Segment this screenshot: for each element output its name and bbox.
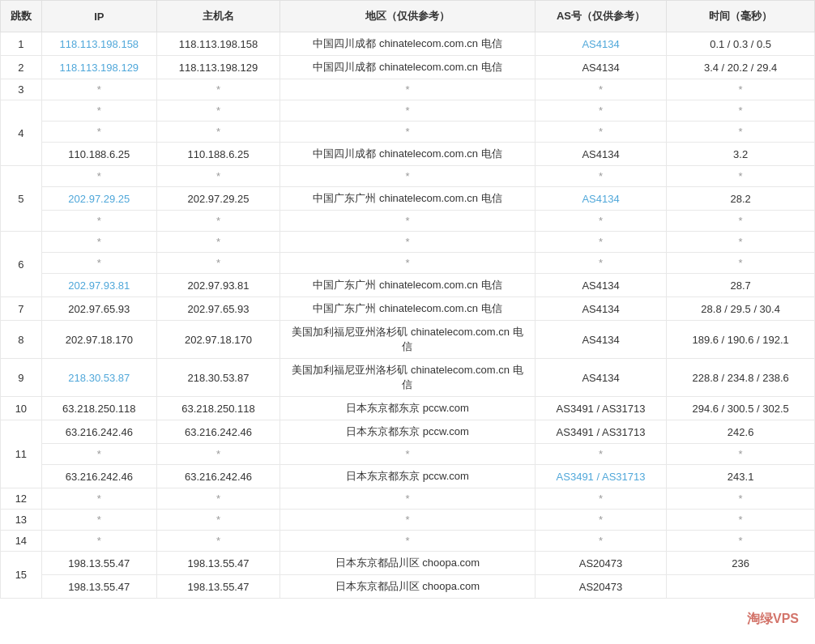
region-cell: * [280, 122, 536, 143]
hostname-cell: 63.216.242.46 [156, 420, 279, 444]
table-row: 1118.113.198.158118.113.198.158中国四川成都 ch… [1, 32, 815, 56]
time-cell: * [667, 444, 815, 465]
hop-number: 3 [1, 79, 42, 100]
table-row: ***** [1, 253, 815, 274]
region-cell: * [280, 444, 536, 465]
hostname-cell: 63.216.242.46 [156, 465, 279, 488]
region-cell: * [280, 531, 536, 552]
time-cell: * [667, 79, 815, 100]
as-cell: AS20473 [535, 552, 666, 575]
ip-cell: * [41, 510, 156, 531]
hostname-cell: * [156, 253, 279, 274]
hostname-cell: * [156, 488, 279, 510]
time-cell: 189.6 / 190.6 / 192.1 [667, 321, 815, 359]
col-header-time: 时间（毫秒） [667, 1, 815, 32]
time-cell: 242.6 [667, 420, 815, 444]
hop-number: 11 [1, 420, 42, 488]
traceroute-table: 跳数 IP 主机名 地区（仅供参考） AS号（仅供参考） 时间（毫秒） 1118… [0, 0, 815, 599]
hostname-cell: 118.113.198.129 [156, 56, 279, 79]
as-cell: * [535, 211, 666, 232]
table-row: 8202.97.18.170202.97.18.170美国加利福尼亚州洛杉矶 c… [1, 321, 815, 359]
ip-cell: 110.188.6.25 [41, 143, 156, 166]
hop-number: 4 [1, 100, 42, 166]
table-row: 13***** [1, 510, 815, 531]
ip-cell: * [41, 488, 156, 510]
region-cell: * [280, 510, 536, 531]
ip-cell: * [41, 444, 156, 465]
table-row: 7202.97.65.93202.97.65.93中国广东广州 chinatel… [1, 297, 815, 321]
region-cell: * [280, 100, 536, 122]
as-cell: AS4134 [535, 274, 666, 297]
time-cell: 28.2 [667, 187, 815, 211]
time-cell: * [667, 232, 815, 253]
as-cell: * [535, 100, 666, 122]
ip-cell: * [41, 211, 156, 232]
hop-number: 2 [1, 56, 42, 79]
table-row: 3***** [1, 79, 815, 100]
region-cell: 中国四川成都 chinatelecom.com.cn 电信 [280, 143, 536, 166]
time-cell: * [667, 531, 815, 552]
as-cell: * [535, 79, 666, 100]
time-cell: 28.7 [667, 274, 815, 297]
as-cell: * [535, 531, 666, 552]
region-cell: 中国四川成都 chinatelecom.com.cn 电信 [280, 32, 536, 56]
as-cell: AS4134 [535, 359, 666, 397]
table-row: 12***** [1, 488, 815, 510]
hostname-cell: 218.30.53.87 [156, 359, 279, 397]
region-cell: * [280, 79, 536, 100]
ip-cell: * [41, 232, 156, 253]
table-row: 2118.113.198.129118.113.198.129中国四川成都 ch… [1, 56, 815, 79]
ip-cell: 202.97.65.93 [41, 297, 156, 321]
as-cell: * [535, 166, 666, 187]
hostname-cell: * [156, 232, 279, 253]
time-cell: 294.6 / 300.5 / 302.5 [667, 397, 815, 420]
col-header-as: AS号（仅供参考） [535, 1, 666, 32]
table-row: ***** [1, 122, 815, 143]
ip-cell[interactable]: 202.97.29.25 [41, 187, 156, 211]
hostname-cell: * [156, 211, 279, 232]
ip-cell[interactable]: 202.97.93.81 [41, 274, 156, 297]
as-cell: * [535, 488, 666, 510]
ip-cell: * [41, 531, 156, 552]
time-cell: 0.1 / 0.3 / 0.5 [667, 32, 815, 56]
region-cell: 日本东京都东京 pccw.com [280, 465, 536, 488]
time-cell: * [667, 488, 815, 510]
ip-cell[interactable]: 118.113.198.129 [41, 56, 156, 79]
ip-cell: * [41, 166, 156, 187]
time-cell: 228.8 / 234.8 / 238.6 [667, 359, 815, 397]
col-header-ip: IP [41, 1, 156, 32]
time-cell: * [667, 510, 815, 531]
time-cell: 243.1 [667, 465, 815, 488]
hop-number: 15 [1, 552, 42, 599]
hostname-cell: * [156, 122, 279, 143]
as-cell: * [535, 510, 666, 531]
as-cell: * [535, 122, 666, 143]
time-cell [667, 575, 815, 599]
hostname-cell: 202.97.18.170 [156, 321, 279, 359]
region-cell: 中国广东广州 chinatelecom.com.cn 电信 [280, 274, 536, 297]
hop-number: 5 [1, 166, 42, 232]
region-cell: * [280, 488, 536, 510]
main-container: 跳数 IP 主机名 地区（仅供参考） AS号（仅供参考） 时间（毫秒） 1118… [0, 0, 815, 599]
time-cell: 28.8 / 29.5 / 30.4 [667, 297, 815, 321]
ip-cell[interactable]: 218.30.53.87 [41, 359, 156, 397]
table-row: 6***** [1, 232, 815, 253]
hostname-cell: * [156, 444, 279, 465]
ip-cell: 63.216.242.46 [41, 465, 156, 488]
as-cell: AS3491 / AS31713 [535, 420, 666, 444]
region-cell: 日本东京都品川区 choopa.com [280, 552, 536, 575]
time-cell: * [667, 122, 815, 143]
table-row: ***** [1, 211, 815, 232]
table-row: 9218.30.53.87218.30.53.87美国加利福尼亚州洛杉矶 chi… [1, 359, 815, 397]
ip-cell: * [41, 253, 156, 274]
ip-cell[interactable]: 118.113.198.158 [41, 32, 156, 56]
as-cell: AS4134 [535, 321, 666, 359]
as-cell[interactable]: AS3491 / AS31713 [535, 465, 666, 488]
as-cell[interactable]: AS4134 [535, 187, 666, 211]
as-cell: AS3491 / AS31713 [535, 397, 666, 420]
as-cell[interactable]: AS4134 [535, 32, 666, 56]
table-row: 5***** [1, 166, 815, 187]
hop-number: 8 [1, 321, 42, 359]
time-cell: * [667, 211, 815, 232]
region-cell: * [280, 166, 536, 187]
